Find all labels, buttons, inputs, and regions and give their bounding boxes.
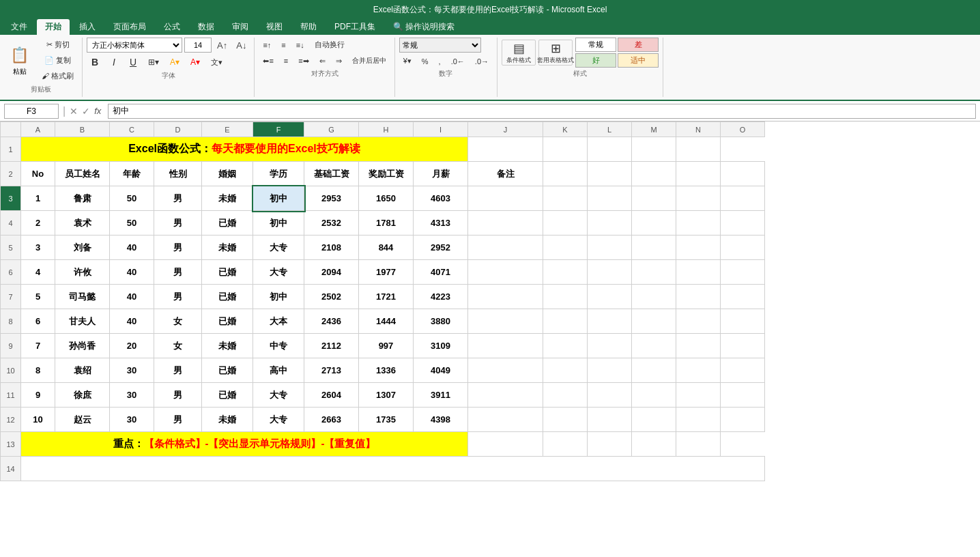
cell-4E[interactable]: 已婚 [202,211,253,235]
row-header-12[interactable]: 12 [1,408,21,432]
cell-11A[interactable]: 9 [21,383,55,408]
cell-9B[interactable]: 孙尚香 [55,334,110,358]
header-age[interactable]: 年龄 [110,162,154,186]
cell-10D[interactable]: 男 [154,358,202,383]
cell-2K[interactable] [543,162,588,186]
col-header-O[interactable]: O [721,122,765,137]
cell-3B[interactable]: 鲁肃 [55,186,110,211]
cell-4O[interactable] [721,211,765,235]
cell-9D[interactable]: 女 [154,334,202,358]
tab-pagelayout[interactable]: 页面布局 [105,19,154,35]
cell-2N[interactable] [676,162,721,186]
row-header-6[interactable]: 6 [1,260,21,285]
row-header-5[interactable]: 5 [1,235,21,260]
cell-6H[interactable]: 1977 [359,260,414,285]
cell-12A[interactable]: 10 [21,408,55,432]
cell-9C[interactable]: 20 [110,334,154,358]
tab-data[interactable]: 数据 [190,19,222,35]
border-button[interactable]: ⊞▾ [144,55,163,69]
cell-8K[interactable] [543,309,588,334]
wrap-text-button[interactable]: 自动换行 [311,38,349,52]
tab-search[interactable]: 🔍 操作说明搜索 [385,19,463,35]
cell-5A[interactable]: 3 [21,235,55,260]
cell-7J[interactable] [468,285,543,309]
cell-5F[interactable]: 大专 [253,235,304,260]
style-moderate[interactable]: 适中 [618,53,659,68]
cell-ref-input[interactable] [4,104,59,119]
cell-3K[interactable] [543,186,588,211]
cell-8H[interactable]: 1444 [359,309,414,334]
cell-7O[interactable] [721,285,765,309]
header-name[interactable]: 员工姓名 [55,162,110,186]
cell-8O[interactable] [721,309,765,334]
bold-button[interactable]: B [87,55,103,70]
format-brush-button[interactable]: 🖌 格式刷 [38,69,78,83]
cell-13K[interactable] [468,432,543,457]
cell-14[interactable] [21,457,765,481]
header-monthly[interactable]: 月薪 [414,162,468,186]
row-header-4[interactable]: 4 [1,211,21,235]
col-header-H[interactable]: H [359,122,414,137]
cell-5K[interactable] [543,235,588,260]
cell-6J[interactable] [468,260,543,285]
header-no[interactable]: No [21,162,55,186]
cell-5I[interactable]: 2952 [414,235,468,260]
cell-3N[interactable] [676,186,721,211]
number-format-select[interactable]: 常规 [399,38,481,53]
cell-10B[interactable]: 袁绍 [55,358,110,383]
italic-button[interactable]: I [106,55,122,70]
cell-9F[interactable]: 中专 [253,334,304,358]
style-good[interactable]: 好 [575,53,616,68]
col-header-K[interactable]: K [543,122,588,137]
cell-6A[interactable]: 4 [21,260,55,285]
cell-11B[interactable]: 徐庶 [55,383,110,408]
cell-11F[interactable]: 大专 [253,383,304,408]
cell-3J[interactable] [468,186,543,211]
cell-9I[interactable]: 3109 [414,334,468,358]
increase-decimal-button[interactable]: .0→ [471,55,493,68]
cell-10N[interactable] [676,358,721,383]
cell-9A[interactable]: 7 [21,334,55,358]
spreadsheet[interactable]: A B C D E F G H I J K L M N O 1 [0,122,980,557]
cell-8N[interactable] [676,309,721,334]
cell-10H[interactable]: 1336 [359,358,414,383]
row-header-9[interactable]: 9 [1,334,21,358]
cell-3C[interactable]: 50 [110,186,154,211]
cell-2O[interactable] [721,162,765,186]
cell-5B[interactable]: 刘备 [55,235,110,260]
cell-9E[interactable]: 未婚 [202,334,253,358]
cell-11L[interactable] [588,383,632,408]
cell-5E[interactable]: 未婚 [202,235,253,260]
row-header-3[interactable]: 3 [1,186,21,211]
row-header-14[interactable]: 14 [1,457,21,481]
cell-3O[interactable] [721,186,765,211]
cell-12J[interactable] [468,408,543,432]
decrease-indent-button[interactable]: ⇐ [315,54,330,68]
note-cell[interactable]: 重点：【条件格式】-【突出显示单元格规则】-【重复值】 [21,432,468,457]
decrease-font-button[interactable]: A↓ [233,39,250,52]
phonetic-button[interactable]: 文▾ [207,55,227,70]
cell-3I[interactable]: 4603 [414,186,468,211]
cell-10A[interactable]: 8 [21,358,55,383]
cell-6K[interactable] [543,260,588,285]
col-header-I[interactable]: I [414,122,468,137]
cell-11H[interactable]: 1307 [359,383,414,408]
cell-7G[interactable]: 2502 [304,285,359,309]
table-style-button[interactable]: ⊞ 套用表格格式 [538,40,573,66]
cell-4H[interactable]: 1781 [359,211,414,235]
row-header-2[interactable]: 2 [1,162,21,186]
col-header-B[interactable]: B [55,122,110,137]
tab-pdf[interactable]: PDF工具集 [326,19,384,35]
cell-7C[interactable]: 40 [110,285,154,309]
row-header-7[interactable]: 7 [1,285,21,309]
cell-9G[interactable]: 2112 [304,334,359,358]
cell-7I[interactable]: 4223 [414,285,468,309]
row-header-1[interactable]: 1 [1,137,21,162]
cell-4G[interactable]: 2532 [304,211,359,235]
paste-button[interactable]: 📋 [4,44,35,66]
cell-9H[interactable]: 997 [359,334,414,358]
cell-4L[interactable] [588,211,632,235]
formula-confirm-icon[interactable]: ✓ [82,106,90,117]
cell-11J[interactable] [468,383,543,408]
cell-1M[interactable] [588,137,632,162]
